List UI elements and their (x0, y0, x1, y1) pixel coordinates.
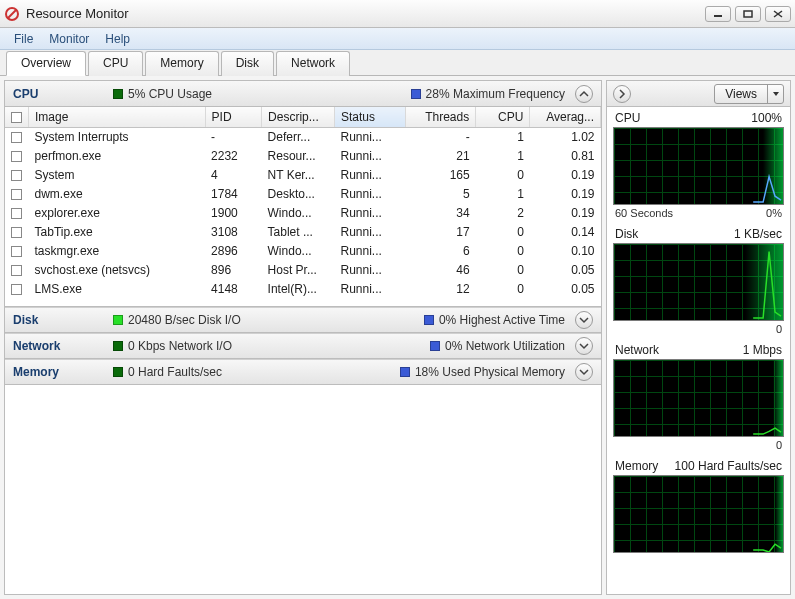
cell-pid: 2896 (205, 242, 261, 261)
cell-cpu: 2 (476, 204, 530, 223)
network-io-label: 0 Kbps Network I/O (128, 339, 232, 353)
table-row[interactable]: dwm.exe1784Deskto...Runni...510.19 (5, 185, 601, 204)
disk-metric-io: 20480 B/sec Disk I/O (113, 313, 241, 327)
swatch-blue-icon (400, 367, 410, 377)
tab-cpu[interactable]: CPU (88, 51, 143, 76)
network-metric-util: 0% Network Utilization (430, 339, 565, 353)
disk-active-label: 0% Highest Active Time (439, 313, 565, 327)
swatch-blue-icon (424, 315, 434, 325)
cell-status: Runni... (335, 242, 406, 261)
views-button[interactable]: Views (714, 84, 784, 104)
col-status[interactable]: Status (335, 107, 406, 128)
expand-network-button[interactable] (575, 337, 593, 355)
row-checkbox[interactable] (11, 284, 22, 295)
chart-scale: 100 Hard Faults/sec (675, 459, 782, 473)
minimize-button[interactable] (705, 6, 731, 22)
tab-overview[interactable]: Overview (6, 51, 86, 76)
cell-image: svchost.exe (netsvcs) (29, 261, 206, 280)
table-row[interactable]: System Interrupts-Deferr...Runni...-11.0… (5, 128, 601, 147)
cell-avg: 0.19 (530, 204, 601, 223)
section-title-disk: Disk (13, 313, 103, 327)
cell-threads: 165 (405, 166, 476, 185)
swatch-green-icon (113, 341, 123, 351)
col-pid[interactable]: PID (205, 107, 261, 128)
col-threads[interactable]: Threads (405, 107, 476, 128)
cell-avg: 0.14 (530, 223, 601, 242)
cell-status: Runni... (335, 185, 406, 204)
cell-status: Runni... (335, 166, 406, 185)
col-cpu[interactable]: CPU (476, 107, 530, 128)
disk-io-label: 20480 B/sec Disk I/O (128, 313, 241, 327)
section-header-disk[interactable]: Disk 20480 B/sec Disk I/O 0% Highest Act… (5, 307, 601, 333)
table-row[interactable]: taskmgr.exe2896Windo...Runni...600.10 (5, 242, 601, 261)
col-desc[interactable]: Descrip... (262, 107, 335, 128)
cell-desc: Windo... (262, 204, 335, 223)
cell-avg: 0.05 (530, 280, 601, 299)
cell-desc: Windo... (262, 242, 335, 261)
chart-memory: Memory100 Hard Faults/sec (607, 455, 790, 559)
cell-pid: 4148 (205, 280, 261, 299)
col-check[interactable] (5, 107, 29, 128)
cell-avg: 0.19 (530, 166, 601, 185)
maximize-button[interactable] (735, 6, 761, 22)
row-checkbox[interactable] (11, 189, 22, 200)
empty-area (5, 385, 601, 594)
expand-memory-button[interactable] (575, 363, 593, 381)
collapse-charts-button[interactable] (613, 85, 631, 103)
table-row[interactable]: TabTip.exe3108Tablet ...Runni...1700.14 (5, 223, 601, 242)
row-checkbox[interactable] (11, 170, 22, 181)
row-checkbox[interactable] (11, 132, 22, 143)
cell-image: TabTip.exe (29, 223, 206, 242)
row-checkbox[interactable] (11, 151, 22, 162)
row-checkbox[interactable] (11, 265, 22, 276)
menu-help[interactable]: Help (97, 30, 138, 48)
cpu-process-table[interactable]: Image PID Descrip... Status Threads CPU … (5, 107, 601, 307)
table-row[interactable]: svchost.exe (netsvcs)896Host Pr...Runni.… (5, 261, 601, 280)
section-title-network: Network (13, 339, 103, 353)
disk-metric-active: 0% Highest Active Time (424, 313, 565, 327)
memory-used-label: 18% Used Physical Memory (415, 365, 565, 379)
section-header-cpu[interactable]: CPU 5% CPU Usage 28% Maximum Frequency (5, 81, 601, 107)
tab-disk[interactable]: Disk (221, 51, 274, 76)
cell-threads: 46 (405, 261, 476, 280)
chart-title: Memory (615, 459, 658, 473)
cpu-metric-freq: 28% Maximum Frequency (411, 87, 565, 101)
expand-disk-button[interactable] (575, 311, 593, 329)
row-checkbox[interactable] (11, 208, 22, 219)
tab-memory[interactable]: Memory (145, 51, 218, 76)
checkbox-icon[interactable] (11, 112, 22, 123)
table-row[interactable]: perfmon.exe2232Resour...Runni...2110.81 (5, 147, 601, 166)
chart-canvas (613, 243, 784, 321)
cell-threads: - (405, 128, 476, 147)
row-checkbox[interactable] (11, 246, 22, 257)
row-checkbox[interactable] (11, 227, 22, 238)
cell-avg: 0.10 (530, 242, 601, 261)
cell-image: System (29, 166, 206, 185)
close-button[interactable] (765, 6, 791, 22)
menu-monitor[interactable]: Monitor (41, 30, 97, 48)
section-header-network[interactable]: Network 0 Kbps Network I/O 0% Network Ut… (5, 333, 601, 359)
section-header-memory[interactable]: Memory 0 Hard Faults/sec 18% Used Physic… (5, 359, 601, 385)
cpu-usage-label: 5% CPU Usage (128, 87, 212, 101)
right-pane: Views CPU100%60 Seconds0%Disk1 KB/sec0Ne… (606, 80, 791, 595)
table-row[interactable]: LMS.exe4148Intel(R)...Runni...1200.05 (5, 280, 601, 299)
section-title-cpu: CPU (13, 87, 103, 101)
collapse-cpu-button[interactable] (575, 85, 593, 103)
table-row[interactable]: System4NT Ker...Runni...16500.19 (5, 166, 601, 185)
cell-status: Runni... (335, 223, 406, 242)
menu-file[interactable]: File (6, 30, 41, 48)
cell-threads: 12 (405, 280, 476, 299)
cell-cpu: 0 (476, 242, 530, 261)
swatch-green-icon (113, 89, 123, 99)
col-avg[interactable]: Averag... (530, 107, 601, 128)
table-row[interactable]: explorer.exe1900Windo...Runni...3420.19 (5, 204, 601, 223)
views-dropdown-icon[interactable] (767, 85, 783, 103)
cell-threads: 21 (405, 147, 476, 166)
swatch-green-icon (113, 367, 123, 377)
chart-scale: 1 Mbps (743, 343, 782, 357)
col-image[interactable]: Image (29, 107, 206, 128)
table-header-row: Image PID Descrip... Status Threads CPU … (5, 107, 601, 128)
cell-avg: 0.19 (530, 185, 601, 204)
cell-cpu: 1 (476, 185, 530, 204)
tab-network[interactable]: Network (276, 51, 350, 76)
